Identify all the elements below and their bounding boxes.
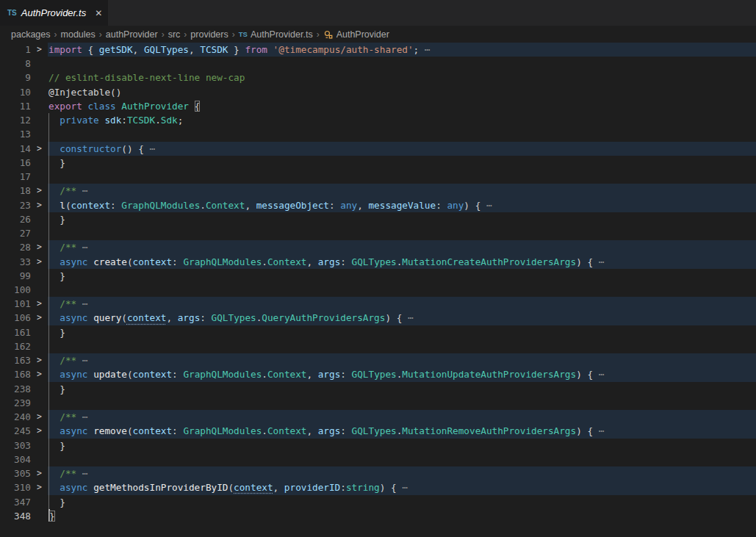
line-number[interactable]: 106 bbox=[0, 311, 31, 325]
line-number[interactable]: 1 bbox=[0, 43, 31, 57]
fold-expand-icon[interactable]: > bbox=[31, 480, 48, 494]
code-line-content[interactable]: /** ⋯ bbox=[48, 353, 756, 367]
code-token: ⋯ bbox=[82, 185, 88, 196]
line-number[interactable]: 17 bbox=[0, 170, 31, 184]
breadcrumb-item-authprovider.ts[interactable]: TSAuthProvider.ts bbox=[239, 29, 313, 40]
tab-authprovider[interactable]: TS AuthProvider.ts ✕ bbox=[0, 0, 108, 26]
code-line-content[interactable]: @Injectable() bbox=[48, 85, 756, 99]
fold-expand-icon[interactable]: > bbox=[31, 410, 48, 424]
code-line-content[interactable] bbox=[48, 453, 756, 466]
fold-expand-icon[interactable]: > bbox=[31, 367, 48, 381]
code-line-content[interactable]: constructor() { ⋯ bbox=[48, 142, 756, 156]
breadcrumb-item-authprovider[interactable]: authProvider bbox=[106, 29, 158, 40]
code-token: GQLTypes bbox=[352, 425, 397, 436]
line-number[interactable]: 23 bbox=[0, 198, 31, 212]
code-line-content[interactable]: } bbox=[48, 509, 756, 523]
line-number[interactable]: 99 bbox=[0, 269, 31, 283]
line-number[interactable]: 8 bbox=[0, 57, 31, 71]
code-line-content[interactable] bbox=[48, 339, 756, 353]
code-line-content[interactable]: } bbox=[48, 156, 756, 170]
line-number[interactable]: 11 bbox=[0, 99, 31, 113]
fold-expand-icon[interactable]: > bbox=[31, 466, 48, 480]
code-line: 238 } bbox=[0, 382, 756, 396]
fold-expand-icon[interactable]: > bbox=[31, 240, 48, 254]
line-number[interactable]: 305 bbox=[0, 466, 31, 480]
line-number[interactable]: 26 bbox=[0, 212, 31, 226]
code-token: create bbox=[93, 256, 127, 267]
code-line-content[interactable]: } bbox=[48, 495, 756, 509]
code-line-content[interactable] bbox=[48, 226, 756, 240]
code-line-content[interactable] bbox=[48, 170, 756, 184]
line-number[interactable]: 161 bbox=[0, 325, 31, 339]
code-line-content[interactable] bbox=[48, 127, 756, 141]
gutter-spacer bbox=[31, 127, 48, 141]
line-number[interactable]: 162 bbox=[0, 339, 31, 353]
line-number[interactable]: 168 bbox=[0, 367, 31, 381]
fold-expand-icon[interactable]: > bbox=[31, 184, 48, 198]
code-line-content[interactable]: } bbox=[48, 269, 756, 283]
code-line-content[interactable]: export class AuthProvider { bbox=[48, 99, 756, 113]
breadcrumb-item-authprovider[interactable]: AuthProvider bbox=[323, 29, 389, 40]
line-number[interactable]: 101 bbox=[0, 297, 31, 311]
code-line: 161 } bbox=[0, 325, 756, 339]
code-line-content[interactable]: async create(context: GraphQLModules.Con… bbox=[48, 255, 756, 269]
code-editor[interactable]: 1>import { getSDK, GQLTypes, TCSDK } fro… bbox=[0, 43, 756, 537]
code-line-content[interactable]: /** ⋯ bbox=[48, 297, 756, 311]
code-line-content[interactable]: /** ⋯ bbox=[48, 466, 756, 480]
code-line-content[interactable]: } bbox=[48, 382, 756, 396]
line-number[interactable]: 33 bbox=[0, 255, 31, 269]
fold-expand-icon[interactable]: > bbox=[31, 353, 48, 367]
line-number[interactable]: 304 bbox=[0, 453, 31, 466]
breadcrumb-item-modules[interactable]: modules bbox=[61, 29, 96, 40]
code-line-content[interactable] bbox=[48, 396, 756, 410]
fold-expand-icon[interactable]: > bbox=[31, 142, 48, 156]
line-number[interactable]: 13 bbox=[0, 127, 31, 141]
code-line-content[interactable]: import { getSDK, GQLTypes, TCSDK } from … bbox=[48, 43, 756, 57]
code-line-content[interactable]: async getMethodsInProviderByID(context, … bbox=[48, 480, 756, 494]
line-number[interactable]: 310 bbox=[0, 480, 31, 494]
code-line-content[interactable]: async query(context, args: GQLTypes.Quer… bbox=[48, 311, 756, 325]
code-line-content[interactable]: } bbox=[48, 212, 756, 226]
code-line-content[interactable]: /** ⋯ bbox=[48, 240, 756, 254]
line-number[interactable]: 16 bbox=[0, 156, 31, 170]
code-line-content[interactable] bbox=[48, 57, 756, 71]
fold-expand-icon[interactable]: > bbox=[31, 43, 48, 57]
code-line: 18> /** ⋯ bbox=[0, 184, 756, 198]
line-number[interactable]: 100 bbox=[0, 283, 31, 297]
fold-expand-icon[interactable]: > bbox=[31, 311, 48, 325]
code-line-content[interactable]: /** ⋯ bbox=[48, 410, 756, 424]
fold-expand-icon[interactable]: > bbox=[31, 424, 48, 438]
line-number[interactable]: 28 bbox=[0, 240, 31, 254]
fold-expand-icon[interactable]: > bbox=[31, 198, 48, 212]
code-line-content[interactable]: } bbox=[48, 439, 756, 453]
code-line-content[interactable]: } bbox=[48, 325, 756, 339]
fold-expand-icon[interactable]: > bbox=[31, 255, 48, 269]
code-line-content[interactable]: /** ⋯ bbox=[48, 184, 756, 198]
code-token: ⋯ bbox=[599, 369, 605, 380]
close-icon[interactable]: ✕ bbox=[95, 9, 102, 18]
line-number[interactable]: 239 bbox=[0, 396, 31, 410]
line-number[interactable]: 163 bbox=[0, 353, 31, 367]
code-line-content[interactable]: // eslint-disable-next-line new-cap bbox=[48, 71, 756, 84]
code-line-content[interactable]: l(context: GraphQLModules.Context, messa… bbox=[48, 198, 756, 212]
code-line-content[interactable]: async update(context: GraphQLModules.Con… bbox=[48, 367, 756, 381]
line-number[interactable]: 10 bbox=[0, 85, 31, 99]
line-number[interactable]: 27 bbox=[0, 226, 31, 240]
line-number[interactable]: 18 bbox=[0, 184, 31, 198]
line-number[interactable]: 12 bbox=[0, 113, 31, 127]
line-number[interactable]: 245 bbox=[0, 424, 31, 438]
line-number[interactable]: 348 bbox=[0, 509, 31, 523]
breadcrumb-item-packages[interactable]: packages bbox=[11, 29, 51, 40]
line-number[interactable]: 303 bbox=[0, 439, 31, 453]
line-number[interactable]: 240 bbox=[0, 410, 31, 424]
line-number[interactable]: 238 bbox=[0, 382, 31, 396]
code-line-content[interactable]: private sdk:TCSDK.Sdk; bbox=[48, 113, 756, 127]
code-line-content[interactable] bbox=[48, 283, 756, 297]
fold-expand-icon[interactable]: > bbox=[31, 297, 48, 311]
code-line-content[interactable]: async remove(context: GraphQLModules.Con… bbox=[48, 424, 756, 438]
breadcrumb-item-src[interactable]: src bbox=[168, 29, 181, 40]
line-number[interactable]: 14 bbox=[0, 142, 31, 156]
line-number[interactable]: 9 bbox=[0, 71, 31, 84]
breadcrumb-item-providers[interactable]: providers bbox=[190, 29, 228, 40]
line-number[interactable]: 347 bbox=[0, 495, 31, 509]
